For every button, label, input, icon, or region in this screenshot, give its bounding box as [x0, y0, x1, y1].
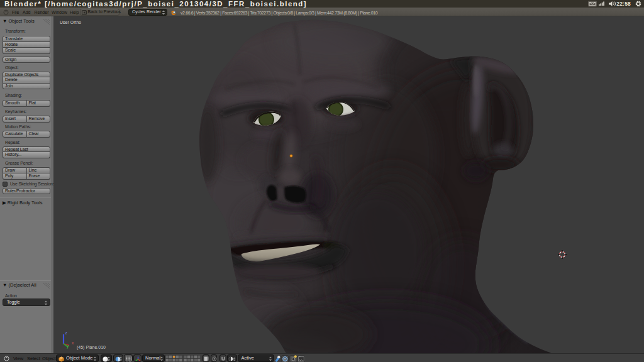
svg-text:z: z	[65, 331, 67, 335]
svg-text:22:58: 22:58	[616, 1, 631, 7]
svg-text:x: x	[72, 341, 74, 345]
svg-text:y: y	[67, 344, 69, 349]
